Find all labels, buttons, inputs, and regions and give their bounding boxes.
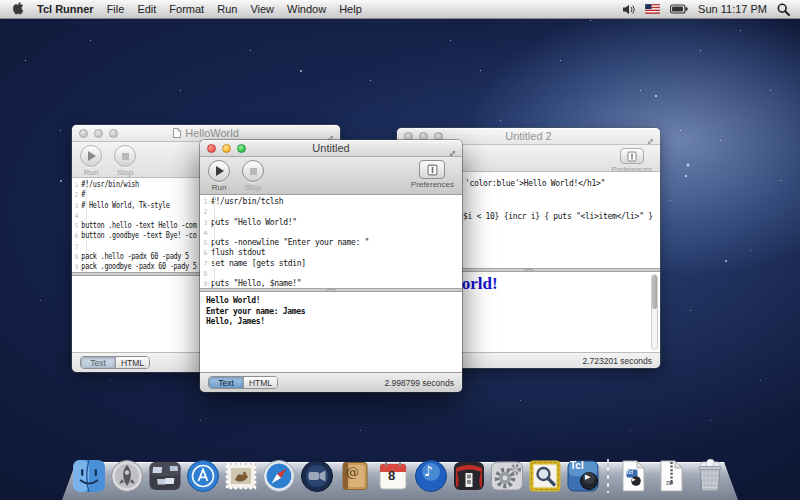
run-label: Run	[84, 168, 99, 177]
dock-item-zip-archive[interactable]: ZIP	[653, 457, 689, 493]
dock-item-safari[interactable]	[261, 457, 297, 493]
code-line: 3puts "Hello World!"	[200, 218, 462, 228]
output-area[interactable]: Hello World!Enter your name: JamesHello,…	[200, 292, 462, 372]
line-number: 9	[72, 262, 81, 272]
dock-item-ical[interactable]: 8	[375, 457, 411, 493]
dock-item-mission-control[interactable]	[147, 457, 183, 493]
code-text: pack .hello -padx 60 -pady 5	[81, 252, 188, 262]
close-button[interactable]	[79, 129, 88, 138]
battery-icon[interactable]	[670, 4, 688, 14]
apple-menu-icon[interactable]	[12, 1, 24, 17]
tab-text[interactable]: Text	[81, 357, 115, 368]
menu-bar-clock[interactable]: Sun 11:17 PM	[698, 3, 767, 15]
code-text: puts -nonewline "Enter your name: "	[211, 238, 369, 248]
code-line: 8	[200, 269, 462, 279]
run-button[interactable]	[80, 145, 102, 167]
trash-icon	[692, 457, 728, 493]
scrollbar[interactable]	[651, 274, 658, 350]
zoom-button[interactable]	[237, 144, 246, 153]
window-title: Untitled	[312, 142, 349, 154]
preferences-button[interactable]	[419, 160, 445, 179]
code-text: #!/usr/bin/tclsh	[211, 197, 283, 207]
code-fragment: 'color:blue'>Hello World!</h1>"	[465, 179, 605, 189]
dock-item-address-book[interactable]: @	[337, 457, 373, 493]
tab-html[interactable]: HTML	[243, 377, 277, 388]
run-label: Run	[212, 183, 227, 192]
code-text: button .goodbye -text Bye! -co	[81, 231, 196, 241]
dock-item-facetime[interactable]	[299, 457, 335, 493]
calendar-icon	[376, 459, 410, 493]
dock-item-tcl-runner[interactable]: Tcl ▶	[565, 457, 601, 493]
line-number: 5	[200, 238, 211, 248]
line-number: 3	[72, 201, 81, 211]
output-line: Hello World!	[206, 296, 462, 307]
line-number: 2	[72, 190, 81, 200]
code-line: 5puts -nonewline "Enter your name: "	[200, 238, 462, 248]
stop-button[interactable]	[242, 160, 264, 182]
spotlight-icon[interactable]	[777, 3, 790, 16]
dock-item-app-store[interactable]	[185, 457, 221, 493]
tab-text[interactable]: Text	[209, 377, 243, 388]
dock-item-finder[interactable]	[71, 457, 107, 493]
code-line: 6flush stdout	[200, 248, 462, 258]
code-text: flush stdout	[211, 248, 265, 258]
dock-item-trash[interactable]	[691, 457, 729, 493]
output-line: Hello, James!	[206, 317, 462, 328]
stop-label: Stop	[245, 183, 261, 192]
stop-button[interactable]	[114, 145, 136, 167]
dock-item-magnifier-app[interactable]	[527, 457, 563, 493]
line-number: 1	[200, 197, 211, 207]
tab-html[interactable]: HTML	[115, 357, 149, 368]
gutter-divider	[214, 195, 215, 288]
dock-item-itunes[interactable]: ♪	[413, 457, 449, 493]
app-menu[interactable]: Tcl Runner	[37, 3, 94, 15]
dock-item-launchpad[interactable]	[109, 457, 145, 493]
menu-item-window[interactable]: Window	[287, 3, 326, 15]
window-title: HelloWorld	[185, 127, 239, 139]
code-text: #!/usr/bin/wish	[81, 180, 139, 190]
code-editor[interactable]: 1#!/usr/bin/tclsh23puts "Hello World!"45…	[200, 195, 462, 288]
menu-item-help[interactable]: Help	[339, 3, 362, 15]
code-text: pack .goodbye -padx 60 -pady 5	[81, 262, 196, 272]
title-bar[interactable]: Untitled	[200, 140, 462, 157]
close-button[interactable]	[207, 144, 216, 153]
dock-item-photo-booth[interactable]	[451, 457, 487, 493]
line-number: 4	[72, 211, 81, 221]
photo-booth-icon	[452, 459, 486, 493]
run-button[interactable]	[208, 160, 230, 182]
document-proxy-icon	[173, 128, 181, 138]
safari-icon	[262, 459, 296, 493]
zoom-button[interactable]	[109, 129, 118, 138]
app-store-icon	[186, 459, 220, 493]
minimize-button[interactable]	[222, 144, 231, 153]
volume-icon[interactable]	[622, 4, 635, 15]
line-number: 8	[72, 252, 81, 262]
address-book-icon	[338, 459, 372, 493]
itunes-icon	[414, 459, 448, 493]
dock-divider	[603, 455, 613, 493]
menu-item-run[interactable]: Run	[217, 3, 237, 15]
mission-control-icon	[148, 459, 182, 493]
dock: @ 8 ♪ Tcl ▶	[0, 446, 800, 500]
menu-item-file[interactable]: File	[107, 3, 125, 15]
minimize-button[interactable]	[94, 129, 103, 138]
menu-item-edit[interactable]: Edit	[137, 3, 156, 15]
code-text: set name [gets stdin]	[211, 259, 306, 269]
code-text: #	[81, 190, 85, 200]
menu-item-format[interactable]: Format	[169, 3, 204, 15]
toolbar: Run Stop Preferences	[200, 157, 462, 195]
code-line: 2	[200, 207, 462, 217]
dock-item-mail[interactable]	[223, 457, 259, 493]
format-tabs: Text HTML	[208, 376, 278, 389]
mail-stamp-icon	[224, 459, 258, 493]
dock-item-system-preferences[interactable]	[489, 457, 525, 493]
code-line: 1#!/usr/bin/tclsh	[200, 197, 462, 207]
stop-label: Stop	[117, 168, 133, 177]
menu-item-view[interactable]: View	[250, 3, 274, 15]
scrollbar-thumb[interactable]	[652, 275, 657, 309]
facetime-camera-icon	[300, 459, 334, 493]
dock-item-tcl-document[interactable]: Tcl ▶	[615, 457, 651, 493]
preferences-button[interactable]	[620, 148, 644, 164]
input-source-flag-icon[interactable]	[645, 4, 660, 14]
line-number: 7	[200, 259, 211, 269]
